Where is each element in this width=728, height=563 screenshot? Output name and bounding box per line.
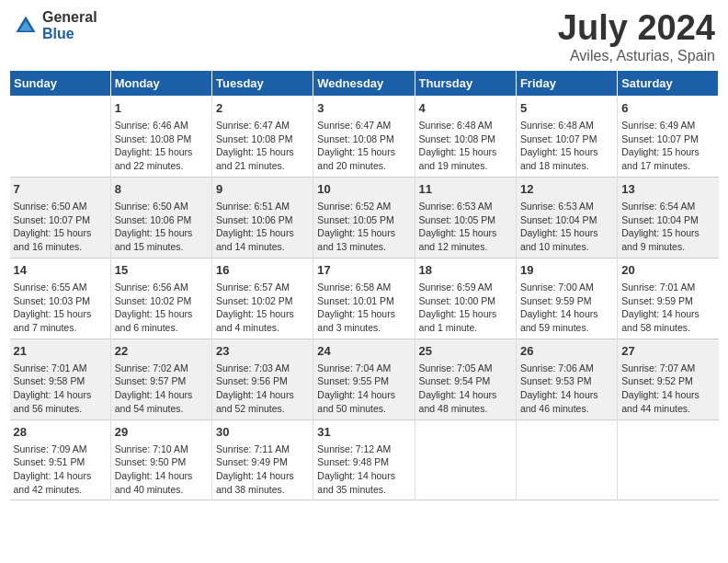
calendar-cell: 17Sunrise: 6:58 AM Sunset: 10:01 PM Dayl… [313, 258, 415, 339]
day-number: 1 [115, 100, 208, 117]
cell-content: Sunrise: 7:11 AM Sunset: 9:49 PM Dayligh… [216, 443, 294, 495]
header-cell-monday: Monday [110, 70, 211, 96]
day-number: 24 [317, 343, 410, 360]
logo: General Blue [13, 9, 97, 41]
cell-content: Sunrise: 7:01 AM Sunset: 9:58 PM Dayligh… [14, 362, 92, 414]
header-cell-tuesday: Tuesday [212, 70, 313, 96]
page-header: General Blue July 2024 Aviles, Asturias,… [9, 9, 719, 64]
title-area: July 2024 Aviles, Asturias, Spain [558, 9, 715, 64]
logo-blue: Blue [42, 26, 97, 42]
calendar-cell: 19Sunrise: 7:00 AM Sunset: 9:59 PM Dayli… [516, 258, 617, 339]
subtitle: Aviles, Asturias, Spain [558, 48, 715, 64]
cell-content: Sunrise: 6:46 AM Sunset: 10:08 PM Daylig… [115, 120, 193, 171]
cell-content: Sunrise: 7:09 AM Sunset: 9:51 PM Dayligh… [14, 443, 92, 495]
day-number: 27 [621, 343, 714, 360]
calendar-cell: 11Sunrise: 6:53 AM Sunset: 10:05 PM Dayl… [415, 177, 516, 258]
day-number: 14 [14, 262, 107, 279]
calendar-cell: 4Sunrise: 6:48 AM Sunset: 10:08 PM Dayli… [415, 96, 516, 177]
day-number: 16 [216, 262, 309, 279]
cell-content: Sunrise: 6:57 AM Sunset: 10:02 PM Daylig… [216, 282, 294, 333]
week-row-1: 1Sunrise: 6:46 AM Sunset: 10:08 PM Dayli… [10, 96, 719, 177]
cell-content: Sunrise: 6:55 AM Sunset: 10:03 PM Daylig… [14, 282, 92, 333]
day-number: 10 [317, 181, 410, 198]
day-number: 7 [14, 181, 107, 198]
day-number: 20 [621, 262, 714, 279]
calendar-cell: 31Sunrise: 7:12 AM Sunset: 9:48 PM Dayli… [313, 419, 415, 500]
calendar-cell [618, 419, 719, 500]
cell-content: Sunrise: 7:12 AM Sunset: 9:48 PM Dayligh… [317, 443, 395, 495]
calendar-cell: 7Sunrise: 6:50 AM Sunset: 10:07 PM Dayli… [10, 177, 111, 258]
calendar-cell: 6Sunrise: 6:49 AM Sunset: 10:07 PM Dayli… [618, 96, 719, 177]
day-number: 22 [115, 343, 208, 360]
day-number: 25 [419, 343, 512, 360]
cell-content: Sunrise: 6:51 AM Sunset: 10:06 PM Daylig… [216, 201, 294, 252]
calendar-cell [516, 419, 617, 500]
day-number: 3 [317, 100, 410, 117]
day-number: 29 [115, 424, 208, 441]
calendar-cell: 3Sunrise: 6:47 AM Sunset: 10:08 PM Dayli… [313, 96, 415, 177]
cell-content: Sunrise: 6:54 AM Sunset: 10:04 PM Daylig… [621, 201, 700, 252]
calendar-cell: 21Sunrise: 7:01 AM Sunset: 9:58 PM Dayli… [10, 339, 111, 419]
cell-content: Sunrise: 7:03 AM Sunset: 9:56 PM Dayligh… [216, 362, 294, 414]
day-number: 19 [520, 262, 613, 279]
calendar-cell: 1Sunrise: 6:46 AM Sunset: 10:08 PM Dayli… [110, 96, 211, 177]
calendar-cell: 18Sunrise: 6:59 AM Sunset: 10:00 PM Dayl… [415, 258, 516, 339]
header-cell-friday: Friday [516, 70, 617, 96]
calendar-cell: 28Sunrise: 7:09 AM Sunset: 9:51 PM Dayli… [10, 419, 111, 500]
cell-content: Sunrise: 6:48 AM Sunset: 10:07 PM Daylig… [520, 120, 598, 171]
calendar-cell: 9Sunrise: 6:51 AM Sunset: 10:06 PM Dayli… [212, 177, 313, 258]
calendar-cell: 25Sunrise: 7:05 AM Sunset: 9:54 PM Dayli… [415, 339, 516, 419]
calendar-cell: 2Sunrise: 6:47 AM Sunset: 10:08 PM Dayli… [212, 96, 313, 177]
calendar-cell: 22Sunrise: 7:02 AM Sunset: 9:57 PM Dayli… [110, 339, 211, 419]
day-number: 6 [621, 100, 714, 117]
calendar-cell: 20Sunrise: 7:01 AM Sunset: 9:59 PM Dayli… [618, 258, 719, 339]
calendar-cell: 14Sunrise: 6:55 AM Sunset: 10:03 PM Dayl… [10, 258, 111, 339]
week-row-4: 21Sunrise: 7:01 AM Sunset: 9:58 PM Dayli… [10, 339, 719, 419]
header-row: SundayMondayTuesdayWednesdayThursdayFrid… [10, 70, 719, 96]
day-number: 17 [317, 262, 410, 279]
header-cell-sunday: Sunday [10, 70, 111, 96]
day-number: 8 [115, 181, 208, 198]
calendar-cell: 27Sunrise: 7:07 AM Sunset: 9:52 PM Dayli… [618, 339, 719, 419]
cell-content: Sunrise: 7:10 AM Sunset: 9:50 PM Dayligh… [115, 443, 193, 495]
calendar-cell: 26Sunrise: 7:06 AM Sunset: 9:53 PM Dayli… [516, 339, 617, 419]
cell-content: Sunrise: 7:01 AM Sunset: 9:59 PM Dayligh… [621, 282, 700, 333]
day-number: 2 [216, 100, 309, 117]
day-number: 23 [216, 343, 309, 360]
main-title: July 2024 [558, 9, 715, 48]
day-number: 13 [621, 181, 714, 198]
day-number: 4 [419, 100, 512, 117]
cell-content: Sunrise: 6:47 AM Sunset: 10:08 PM Daylig… [216, 120, 294, 171]
calendar-cell: 29Sunrise: 7:10 AM Sunset: 9:50 PM Dayli… [110, 419, 211, 500]
cell-content: Sunrise: 6:59 AM Sunset: 10:00 PM Daylig… [419, 282, 497, 333]
calendar-cell: 15Sunrise: 6:56 AM Sunset: 10:02 PM Dayl… [110, 258, 211, 339]
cell-content: Sunrise: 6:47 AM Sunset: 10:08 PM Daylig… [317, 120, 395, 171]
header-cell-wednesday: Wednesday [313, 70, 415, 96]
cell-content: Sunrise: 7:02 AM Sunset: 9:57 PM Dayligh… [115, 362, 193, 414]
calendar-table: SundayMondayTuesdayWednesdayThursdayFrid… [9, 70, 719, 501]
day-number: 21 [14, 343, 107, 360]
day-number: 12 [520, 181, 613, 198]
day-number: 26 [520, 343, 613, 360]
day-number: 9 [216, 181, 309, 198]
calendar-cell: 13Sunrise: 6:54 AM Sunset: 10:04 PM Dayl… [618, 177, 719, 258]
calendar-cell [415, 419, 516, 500]
cell-content: Sunrise: 7:06 AM Sunset: 9:53 PM Dayligh… [520, 362, 598, 414]
day-number: 18 [419, 262, 512, 279]
header-cell-thursday: Thursday [415, 70, 516, 96]
cell-content: Sunrise: 6:53 AM Sunset: 10:05 PM Daylig… [419, 201, 497, 252]
calendar-cell: 10Sunrise: 6:52 AM Sunset: 10:05 PM Dayl… [313, 177, 415, 258]
calendar-cell: 5Sunrise: 6:48 AM Sunset: 10:07 PM Dayli… [516, 96, 617, 177]
day-number: 11 [419, 181, 512, 198]
day-number: 5 [520, 100, 613, 117]
cell-content: Sunrise: 6:58 AM Sunset: 10:01 PM Daylig… [317, 282, 395, 333]
cell-content: Sunrise: 7:00 AM Sunset: 9:59 PM Dayligh… [520, 282, 598, 333]
calendar-cell: 30Sunrise: 7:11 AM Sunset: 9:49 PM Dayli… [212, 419, 313, 500]
logo-general: General [42, 9, 97, 26]
cell-content: Sunrise: 6:50 AM Sunset: 10:06 PM Daylig… [115, 201, 193, 252]
cell-content: Sunrise: 6:50 AM Sunset: 10:07 PM Daylig… [14, 201, 92, 252]
day-number: 30 [216, 424, 309, 441]
logo-text: General Blue [42, 9, 97, 41]
calendar-cell: 12Sunrise: 6:53 AM Sunset: 10:04 PM Dayl… [516, 177, 617, 258]
day-number: 28 [14, 424, 107, 441]
